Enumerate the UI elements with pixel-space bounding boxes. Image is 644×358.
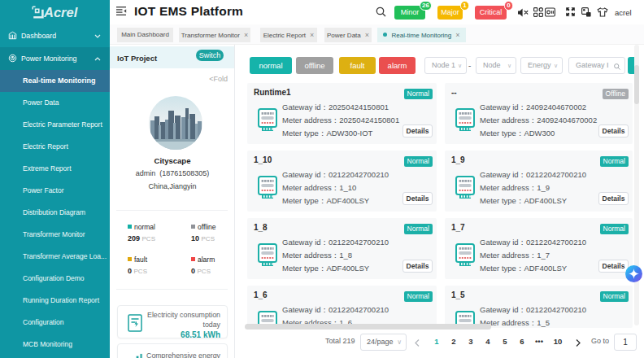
svg-text:Acrel: Acrel bbox=[43, 5, 78, 20]
